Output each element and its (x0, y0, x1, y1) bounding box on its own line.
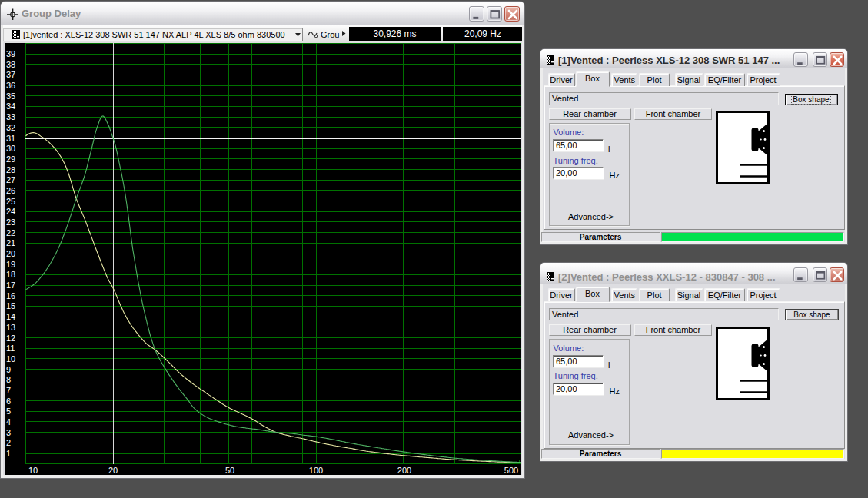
svg-text:100: 100 (309, 466, 323, 475)
svg-text:7: 7 (6, 386, 11, 395)
svg-text:22: 22 (6, 228, 15, 237)
svg-text:38: 38 (6, 60, 15, 69)
svg-text:25: 25 (6, 197, 15, 206)
svg-text:32: 32 (6, 123, 15, 132)
svg-text:35: 35 (6, 91, 15, 101)
svg-text:27: 27 (6, 175, 15, 184)
svg-text:2: 2 (6, 438, 11, 447)
svg-text:29: 29 (6, 154, 15, 164)
svg-text:17: 17 (6, 281, 15, 290)
svg-text:33: 33 (6, 112, 15, 121)
svg-text:12: 12 (6, 334, 15, 343)
svg-text:9: 9 (6, 365, 11, 374)
svg-text:4: 4 (6, 417, 11, 427)
svg-text:31: 31 (6, 134, 15, 143)
svg-text:39: 39 (6, 49, 15, 58)
svg-text:20: 20 (6, 249, 15, 258)
svg-text:11: 11 (6, 344, 15, 353)
svg-text:50: 50 (225, 466, 234, 475)
svg-text:10: 10 (6, 354, 15, 364)
svg-text:14: 14 (6, 312, 15, 321)
svg-text:10: 10 (28, 466, 38, 475)
svg-text:23: 23 (6, 217, 15, 227)
svg-text:3: 3 (6, 428, 11, 437)
svg-text:34: 34 (6, 101, 15, 111)
svg-text:21: 21 (6, 238, 15, 247)
svg-text:1: 1 (6, 449, 11, 458)
svg-text:16: 16 (6, 291, 15, 300)
svg-text:36: 36 (6, 81, 15, 90)
svg-text:500: 500 (504, 466, 518, 475)
svg-text:6: 6 (6, 397, 11, 406)
svg-text:15: 15 (6, 301, 15, 310)
svg-text:37: 37 (6, 70, 15, 79)
svg-text:18: 18 (6, 270, 15, 279)
svg-text:19: 19 (6, 260, 15, 269)
svg-text:13: 13 (6, 323, 15, 332)
svg-text:8: 8 (6, 375, 11, 384)
svg-text:30: 30 (6, 144, 15, 153)
svg-text:26: 26 (6, 186, 15, 195)
svg-text:5: 5 (6, 407, 11, 416)
svg-text:28: 28 (6, 165, 15, 174)
svg-text:20: 20 (108, 466, 118, 475)
svg-text:24: 24 (6, 207, 15, 216)
svg-text:200: 200 (397, 466, 411, 475)
